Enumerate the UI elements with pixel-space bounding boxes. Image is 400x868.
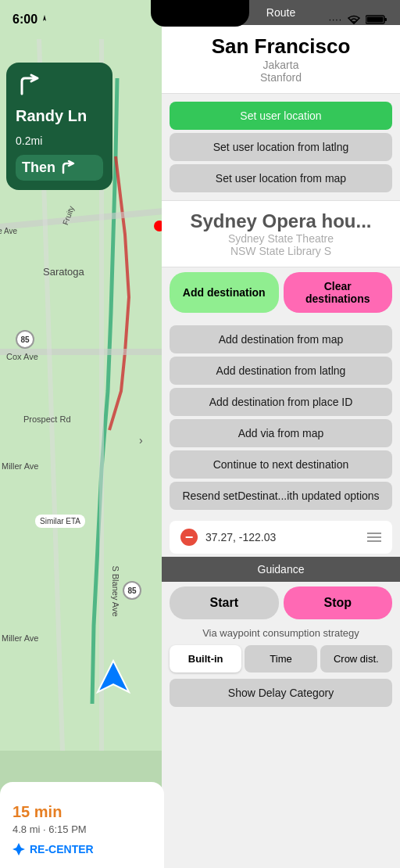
add-dest-from-latlng-button[interactable]: Add destination from latlng [170,357,392,385]
status-right: ···· [329,14,388,25]
miller-label: Miller Ave [2,461,38,471]
chevron-label: › [139,434,143,447]
cox-label: Cox Ave [6,352,38,361]
set-user-location-map-button[interactable]: Set user location from map [170,164,392,192]
guidance-header-label: Guidance [258,563,305,576]
status-time: 6:00 [12,13,49,27]
right-panel: Route San Francisco Jakarta Stanford Set… [162,0,400,868]
set-user-location-latlng-button[interactable]: Set user location from latlng [170,133,392,161]
svg-rect-2 [384,18,387,21]
location-coords-row: − 37.27, -122.03 [170,521,392,554]
svg-marker-9 [12,843,25,855]
waypoint-strategy-label: Via waypoint consumption strategy [162,624,400,642]
add-destination-button[interactable]: Add destination [170,272,279,313]
nav-street: Randy Ln [16,107,103,125]
highway-85-sign: 85 [16,330,34,349]
navigation-arrow [94,657,133,699]
clear-destinations-button[interactable]: Clear destinations [284,272,393,313]
destination-main: Sydney Opera hou... [174,210,388,232]
start-stop-row: Start Stop [162,582,400,624]
location-sub2: Stanford [174,71,388,84]
time-strategy-button[interactable]: Time [245,645,316,673]
nav-distance-unit: mi [30,135,42,147]
show-delay-button[interactable]: Show Delay Category [170,679,392,707]
crow-dist-strategy-button[interactable]: Crow dist. [320,645,392,673]
eta-arrival: 6:15 PM [48,823,86,835]
nav-distance-value: 0.2 [16,135,30,147]
minus-icon[interactable]: − [180,529,198,546]
notch [151,0,249,27]
start-button[interactable]: Start [170,586,279,619]
destination-sub2: NSW State Library S [174,245,388,257]
eta-unit: min [30,803,62,820]
eta-distance: 4.8 mi [12,823,40,835]
highway-85-bottom-sign: 85 [123,581,141,600]
set-user-location-button[interactable]: Set user location [170,102,392,130]
time-display: 6:00 [12,13,38,27]
eta-time: 15 min [12,794,152,823]
svg-marker-0 [43,15,46,21]
location-sub1: Jakarta [174,59,388,71]
builtin-strategy-button[interactable]: Built-in [170,645,241,673]
saratoga-label: Saratoga [43,266,84,278]
eta-minutes: 15 [12,803,30,820]
then-label: Then [22,160,55,176]
continue-next-dest-button[interactable]: Continue to next destination [170,450,392,479]
destination-actions-section: Add destination from map Add destination… [162,317,400,518]
nav-distance: 0.2mi [16,125,103,150]
svg-rect-3 [367,17,384,23]
similar-eta-label: Similar ETA [35,515,85,528]
blaney-label: S Blaney Ave [111,565,120,616]
recenter-button[interactable]: RE-CENTER [12,843,152,855]
le-ave-label: le Ave [0,227,17,235]
guidance-header: Guidance [162,557,400,582]
destination-info: Sydney Opera hou... Sydney State Theatre… [162,200,400,267]
svg-line-4 [0,211,164,227]
add-dest-from-place-id-button[interactable]: Add destination from place ID [170,388,392,416]
miller-label2: Miller Ave [2,633,38,643]
strategy-row: Built-in Time Crow dist. [162,642,400,676]
battery-icon [366,14,388,25]
nav-then: Then [16,155,103,181]
add-dest-from-map-button[interactable]: Add destination from map [170,325,392,353]
wifi-icon [347,14,361,25]
destination-sub1: Sydney State Theatre [174,232,388,245]
prospect-label: Prospect Rd [23,414,71,424]
recenter-label: RE-CENTER [30,843,94,855]
eta-details: 4.8 mi · 6:15 PM [12,823,152,835]
resend-options-button[interactable]: Resend setDestinat...ith updated options [170,482,392,510]
menu-icon[interactable] [367,533,381,542]
stop-button[interactable]: Stop [284,586,393,619]
svg-marker-8 [98,661,129,692]
turn-icon [16,72,103,106]
bottom-card: 15 min 4.8 mi · 6:15 PM RE-CENTER [0,782,164,868]
location-icon [40,15,49,24]
nav-card: Randy Ln 0.2mi Then [6,63,112,190]
add-clear-dest-row: Add destination Clear destinations [162,267,400,317]
signal-icon: ···· [329,14,342,25]
add-via-from-map-button[interactable]: Add via from map [170,419,392,447]
user-location-section: Set user location Set user location from… [162,94,400,200]
recenter-icon [12,843,25,855]
location-coords: 37.27, -122.03 [205,531,359,543]
